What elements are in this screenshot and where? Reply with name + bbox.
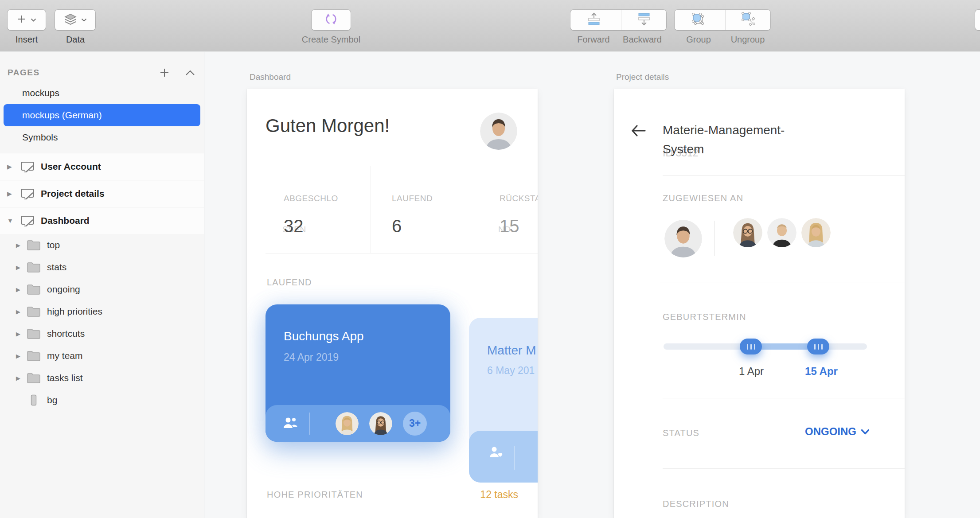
ungroup-label: Ungroup	[731, 35, 765, 45]
layer-artboard-user-account[interactable]: ▶ User Account	[0, 153, 204, 180]
member-avatar[interactable]	[801, 218, 831, 247]
page-item-label: Symbols	[22, 132, 58, 143]
artboard-name: Dashboard	[41, 215, 90, 226]
card-title: Matter M	[487, 343, 536, 358]
layer-group-my-team[interactable]: ▶ my team	[0, 345, 204, 367]
layer-group-shortcuts[interactable]: ▶ shortcuts	[0, 323, 204, 345]
project-card-buchungs-app[interactable]: Buchungs App 24 Apr 2019	[265, 304, 450, 442]
date-range-slider[interactable]	[664, 343, 867, 350]
disclosure-triangle-icon[interactable]: ▶	[7, 190, 20, 197]
disclosure-triangle-icon[interactable]: ▼	[7, 217, 20, 224]
layer-name: top	[47, 240, 60, 250]
plus-icon	[17, 14, 27, 26]
disclosure-triangle-icon[interactable]: ▶	[16, 331, 27, 337]
group-ungroup-control	[675, 10, 770, 30]
owner-avatar[interactable]	[664, 220, 702, 257]
create-symbol-icon	[324, 12, 339, 28]
layer-name: my team	[47, 351, 83, 361]
toolbar-button-partial[interactable]	[975, 10, 980, 30]
layer-artboard-dashboard[interactable]: ▼ Dashboard	[0, 207, 204, 234]
insert-label: Insert	[16, 35, 38, 45]
user-avatar[interactable]	[480, 113, 517, 150]
layer-group-ongoing[interactable]: ▶ ongoing	[0, 278, 204, 300]
add-page-button[interactable]	[158, 66, 171, 79]
person-heart-icon	[488, 446, 503, 460]
due-date-label: GEBURTSTERMIN	[663, 312, 746, 322]
card-date: 6 May 201	[487, 365, 535, 377]
group-button[interactable]	[675, 10, 721, 30]
stat-value: 6	[392, 216, 402, 236]
project-card-matter[interactable]: Matter M 6 May 201	[469, 318, 538, 455]
disclosure-triangle-icon[interactable]: ▶	[7, 163, 20, 170]
artboard-title-dashboard[interactable]: Dashboard	[250, 72, 291, 82]
create-symbol-label: Create Symbol	[302, 35, 360, 45]
layers-icon	[64, 13, 77, 27]
layer-group-top[interactable]: ▶ top	[0, 234, 204, 256]
insert-button[interactable]	[8, 10, 46, 30]
artboard-name: Project details	[41, 188, 105, 199]
folder-icon	[27, 328, 41, 339]
card-footer	[469, 431, 538, 483]
move-backward-icon	[635, 12, 653, 28]
sidebar: PAGES mockups mockups (German) Symbols ▶…	[0, 52, 204, 518]
layer-artboard-project-details[interactable]: ▶ Project details	[0, 180, 204, 207]
data-label: Data	[66, 35, 85, 45]
folder-icon	[27, 372, 41, 384]
create-symbol-button[interactable]	[312, 10, 351, 30]
disclosure-triangle-icon[interactable]: ▶	[16, 375, 27, 382]
pages-title: PAGES	[8, 68, 145, 78]
rectangle-layer-icon	[27, 394, 41, 406]
member-avatar[interactable]	[336, 412, 359, 435]
more-members-badge[interactable]: 3+	[403, 412, 427, 436]
member-avatar[interactable]	[767, 218, 796, 247]
member-avatar[interactable]	[733, 218, 762, 247]
folder-icon	[27, 239, 41, 251]
page-item-label: mockups	[22, 88, 59, 98]
artboard-icon	[20, 187, 35, 200]
ungroup-button[interactable]	[725, 10, 770, 30]
artboard-title-project-details[interactable]: Project details	[616, 72, 669, 82]
card-footer: 3+	[265, 405, 450, 442]
chevron-down-icon	[861, 425, 870, 438]
layer-shape-bg[interactable]: bg	[0, 389, 204, 411]
forward-label: Forward	[577, 35, 609, 45]
layer-name: high priorities	[47, 306, 102, 317]
disclosure-triangle-icon[interactable]: ▶	[16, 286, 27, 293]
stat-value: 32	[284, 216, 304, 236]
slider-handle-end[interactable]	[807, 339, 829, 354]
chevron-down-icon	[81, 16, 87, 24]
date-start-label: 1 Apr	[729, 365, 773, 378]
chevron-down-icon	[31, 16, 36, 24]
folder-icon	[27, 261, 41, 273]
disclosure-triangle-icon[interactable]: ▶	[16, 353, 27, 359]
canvas[interactable]: Dashboard Guten Morgen! ABGESCHLO SSEN 3…	[205, 52, 980, 518]
page-item-mockups-german[interactable]: mockups (German)	[4, 104, 200, 126]
status-value-text: ONGOING	[805, 425, 856, 438]
back-arrow-icon[interactable]	[631, 124, 647, 137]
data-button[interactable]	[55, 10, 95, 30]
page-item-label: mockups (German)	[22, 110, 102, 121]
date-end-label: 15 Apr	[796, 365, 847, 378]
status-label: STATUS	[663, 428, 699, 438]
artboard-project-details[interactable]: ID 3512 Materie-Management- System ZUGEW…	[614, 89, 905, 518]
slider-handle-start[interactable]	[740, 339, 762, 354]
collapse-pages-icon[interactable]	[184, 66, 196, 79]
layer-group-stats[interactable]: ▶ stats	[0, 256, 204, 278]
backward-button[interactable]	[621, 10, 666, 30]
forward-button[interactable]	[570, 10, 617, 30]
toolbar: Insert Data Create Symbol	[0, 0, 980, 51]
layer-group-high-priorities[interactable]: ▶ high priorities	[0, 300, 204, 323]
assigned-label: ZUGEWIESEN AN	[663, 193, 743, 203]
priorities-tasks-count[interactable]: 12 tasks	[480, 489, 518, 501]
artboard-dashboard[interactable]: Guten Morgen! ABGESCHLO SSEN 32 LAUFEND …	[247, 89, 538, 518]
member-avatar[interactable]	[369, 412, 392, 435]
status-dropdown[interactable]: ONGOING	[805, 425, 870, 438]
layer-group-tasks-list[interactable]: ▶ tasks list	[0, 367, 204, 389]
page-item-mockups[interactable]: mockups	[0, 82, 204, 104]
section-label-priorities: HOHE PRIORITÄTEN	[267, 490, 363, 500]
arrange-forward-backward-group	[570, 10, 666, 30]
disclosure-triangle-icon[interactable]: ▶	[16, 308, 27, 315]
disclosure-triangle-icon[interactable]: ▶	[16, 242, 27, 249]
page-item-symbols[interactable]: Symbols	[0, 126, 204, 148]
disclosure-triangle-icon[interactable]: ▶	[16, 264, 27, 271]
